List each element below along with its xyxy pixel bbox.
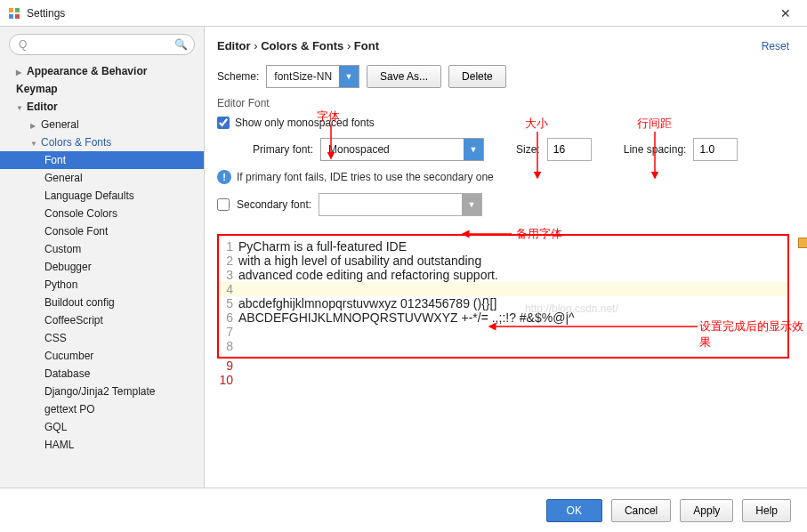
tree-item-label: CoffeeScript bbox=[44, 314, 103, 326]
tree-item[interactable]: General bbox=[0, 116, 204, 133]
size-label: Size: bbox=[516, 143, 540, 156]
settings-form: Scheme: fontSize-NN ▼ Save As... Delete … bbox=[205, 61, 807, 234]
gutter-marker-icon bbox=[798, 238, 807, 248]
apply-button[interactable]: Apply bbox=[680, 499, 733, 522]
tree-item-label: Console Colors bbox=[44, 207, 117, 220]
show-monospaced-checkbox[interactable] bbox=[217, 117, 230, 129]
titlebar: Settings ✕ bbox=[0, 0, 807, 27]
preview-extra-lines: 910 bbox=[217, 359, 789, 387]
tree-item[interactable]: Appearance & Behavior bbox=[0, 62, 204, 80]
save-as-button[interactable]: Save As... bbox=[367, 65, 441, 88]
reset-link[interactable]: Reset bbox=[762, 40, 789, 52]
settings-tree[interactable]: Appearance & BehaviorKeymapEditorGeneral… bbox=[0, 62, 204, 488]
tree-item-label: Cucumber bbox=[44, 350, 93, 362]
tree-item[interactable]: Cucumber bbox=[0, 347, 204, 365]
secondary-font-dropdown[interactable]: ▼ bbox=[319, 193, 482, 216]
tree-item[interactable]: Django/Jinja2 Template bbox=[0, 383, 204, 400]
expand-icon bbox=[30, 136, 37, 149]
chevron-down-icon: ▼ bbox=[339, 66, 359, 87]
svg-rect-1 bbox=[15, 8, 20, 12]
tree-item[interactable]: Font bbox=[0, 151, 204, 169]
tree-item[interactable]: GQL bbox=[0, 418, 204, 436]
window-close-button[interactable]: ✕ bbox=[771, 3, 800, 24]
chevron-down-icon: ▼ bbox=[464, 139, 483, 160]
size-input[interactable] bbox=[547, 138, 592, 161]
info-text: If primary font fails, IDE tries to use … bbox=[237, 171, 494, 183]
svg-rect-2 bbox=[9, 14, 13, 19]
tree-item-label: Colors & Fonts bbox=[41, 136, 111, 149]
tree-item-label: General bbox=[44, 172, 83, 184]
ok-button[interactable]: OK bbox=[546, 499, 602, 522]
svg-rect-3 bbox=[15, 14, 20, 19]
tree-item-label: Font bbox=[44, 154, 66, 166]
line-spacing-input[interactable] bbox=[693, 138, 738, 161]
tree-item[interactable]: Python bbox=[0, 276, 204, 294]
cancel-button[interactable]: Cancel bbox=[611, 499, 671, 522]
expand-icon bbox=[30, 118, 37, 131]
tree-item-label: Debugger bbox=[44, 261, 92, 273]
tree-item[interactable]: Colors & Fonts bbox=[0, 133, 204, 151]
tree-item[interactable]: Language Defaults bbox=[0, 187, 204, 205]
show-monospaced-label: Show only monospaced fonts bbox=[235, 117, 375, 129]
tree-item-label: gettext PO bbox=[44, 403, 95, 415]
tree-item[interactable]: CoffeeScript bbox=[0, 311, 204, 329]
tree-item[interactable]: General bbox=[0, 169, 204, 187]
tree-item[interactable]: HAML bbox=[0, 436, 204, 454]
sidebar: 🔍 Appearance & BehaviorKeymapEditorGener… bbox=[0, 27, 205, 488]
app-logo-icon bbox=[7, 6, 21, 20]
scheme-dropdown[interactable]: fontSize-NN ▼ bbox=[266, 65, 359, 88]
tree-item-label: Django/Jinja2 Template bbox=[44, 385, 156, 398]
watermark: http://blog.csdn.net/ bbox=[525, 302, 618, 315]
content-panel: Editor › Colors & Fonts › Font Reset Sch… bbox=[205, 27, 807, 488]
primary-font-label: Primary font: bbox=[253, 143, 313, 156]
breadcrumb: Editor › Colors & Fonts › Font bbox=[217, 39, 379, 52]
tree-item[interactable]: CSS bbox=[0, 329, 204, 347]
primary-font-dropdown[interactable]: Monospaced ▼ bbox=[320, 138, 484, 161]
tree-item[interactable]: Console Colors bbox=[0, 205, 204, 222]
tree-item-label: HAML bbox=[44, 439, 74, 451]
secondary-font-checkbox[interactable] bbox=[217, 198, 230, 211]
tree-item[interactable]: Console Font bbox=[0, 222, 204, 240]
tree-item-label: Console Font bbox=[44, 225, 108, 238]
tree-item[interactable]: Database bbox=[0, 365, 204, 383]
tree-item-label: Python bbox=[44, 278, 77, 291]
chevron-down-icon: ▼ bbox=[462, 194, 481, 215]
tree-item-label: Database bbox=[44, 367, 90, 380]
svg-rect-0 bbox=[9, 8, 13, 12]
tree-item[interactable]: Custom bbox=[0, 240, 204, 258]
tree-item-label: GQL bbox=[44, 421, 67, 433]
tree-item[interactable]: gettext PO bbox=[0, 400, 204, 418]
search-icon: 🔍 bbox=[174, 38, 188, 51]
dialog-button-bar: OK Cancel Apply Help bbox=[0, 488, 807, 532]
tree-item-label: Language Defaults bbox=[44, 189, 134, 202]
tree-item-label: General bbox=[41, 118, 79, 131]
tree-item[interactable]: Keymap bbox=[0, 80, 204, 98]
editor-font-heading: Editor Font bbox=[217, 97, 789, 109]
tree-item[interactable]: Editor bbox=[0, 98, 204, 116]
expand-icon bbox=[16, 65, 23, 77]
expand-icon bbox=[16, 101, 23, 113]
tree-item-label: CSS bbox=[44, 332, 67, 344]
line-spacing-label: Line spacing: bbox=[624, 143, 687, 156]
font-preview: 1PyCharm is a full-featured IDE2with a h… bbox=[217, 234, 789, 359]
tree-item[interactable]: Debugger bbox=[0, 258, 204, 276]
scheme-label: Scheme: bbox=[217, 70, 259, 83]
tree-item-label: Buildout config bbox=[44, 296, 115, 309]
info-icon: ! bbox=[217, 170, 231, 184]
tree-item-label: Appearance & Behavior bbox=[27, 65, 147, 77]
help-button[interactable]: Help bbox=[742, 499, 791, 522]
tree-item-label: Custom bbox=[44, 243, 81, 255]
tree-item-label: Editor bbox=[27, 101, 58, 113]
secondary-font-label: Secondary font: bbox=[237, 198, 311, 211]
main-area: 🔍 Appearance & BehaviorKeymapEditorGener… bbox=[0, 27, 807, 488]
window-title: Settings bbox=[27, 7, 65, 20]
search-input[interactable] bbox=[9, 34, 195, 55]
tree-item-label: Keymap bbox=[16, 83, 58, 95]
tree-item[interactable]: Buildout config bbox=[0, 294, 204, 311]
delete-button[interactable]: Delete bbox=[448, 65, 506, 88]
